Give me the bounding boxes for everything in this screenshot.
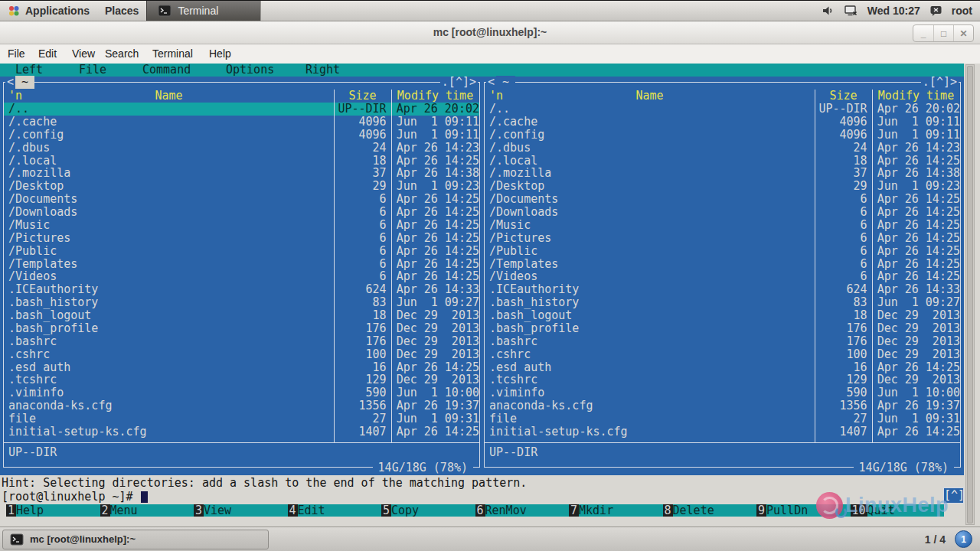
file-row[interactable]: /Templates6Apr 26 14:25 (4, 258, 479, 271)
terminal-menu-file[interactable]: File (8, 47, 25, 60)
file-row[interactable]: .bash_history83Jun 1 09:27 (485, 296, 960, 309)
file-row[interactable]: .bash_profile176Dec 29 2013 (4, 322, 479, 335)
file-row[interactable]: /Pictures6Apr 26 14:25 (4, 232, 479, 245)
file-row[interactable]: /.mozilla37Apr 26 14:38 (485, 167, 960, 180)
file-row[interactable]: anaconda-ks.cfg1356Apr 26 19:37 (4, 399, 479, 412)
column-header-name[interactable]: Name (4, 90, 334, 103)
file-row[interactable]: .bash_profile176Dec 29 2013 (485, 322, 960, 335)
column-header-modify-time[interactable]: Modify time (872, 90, 960, 103)
file-row[interactable]: /.config4096Jun 1 09:11 (4, 129, 479, 142)
file-row[interactable]: .esd_auth16Apr 26 14:25 (4, 361, 479, 374)
file-row[interactable]: /Downloads6Apr 26 14:25 (485, 206, 960, 219)
file-row[interactable]: .esd_auth16Apr 26 14:25 (485, 361, 960, 374)
window-list-terminal-button[interactable]: Terminal (146, 1, 261, 21)
user-menu[interactable]: root (952, 5, 972, 17)
terminal-scrollbar[interactable] (965, 64, 975, 525)
column-header-modify-time[interactable]: Modify time (391, 90, 479, 103)
window-titlebar[interactable]: mc [root@linuxhelp]:~ _ □ ✕ (0, 21, 980, 44)
shell-prompt-line[interactable]: [root@linuxhelp ~]# (2, 490, 148, 504)
file-row[interactable]: /.cache4096Jun 1 09:11 (485, 116, 960, 129)
network-display-icon[interactable] (844, 5, 858, 17)
fkey-pulldn-button[interactable]: 9PullDn (756, 504, 851, 517)
clock[interactable]: Wed 10:27 (867, 5, 920, 17)
file-row[interactable]: /Music6Apr 26 14:25 (485, 219, 960, 232)
file-row[interactable]: .viminfo590Jun 1 10:00 (485, 386, 960, 399)
volume-icon[interactable] (822, 5, 835, 17)
file-row[interactable]: /Videos6Apr 26 14:25 (485, 270, 960, 283)
file-row[interactable]: anaconda-ks.cfg1356Apr 26 19:37 (485, 399, 960, 412)
file-row[interactable]: file27Jun 1 09:31 (4, 412, 479, 425)
applications-menu[interactable]: Applications (0, 1, 97, 21)
file-row[interactable]: /Documents6Apr 26 14:25 (4, 193, 479, 206)
column-header-name[interactable]: Name (485, 90, 815, 103)
panel-current-path[interactable]: ~ (15, 76, 34, 89)
history-up-button[interactable]: [^] (943, 487, 964, 504)
file-row[interactable]: /.dbus24Apr 26 14:23 (4, 142, 479, 155)
scrollbar-thumb[interactable] (967, 66, 973, 523)
file-row[interactable]: .bash_logout18Dec 29 2013 (485, 309, 960, 322)
workspace-switcher[interactable]: 1 (955, 530, 972, 548)
minimize-button[interactable]: _ (913, 25, 933, 41)
file-row[interactable]: /Videos6Apr 26 14:25 (4, 270, 479, 283)
mc-menu-options[interactable]: Options (226, 64, 274, 77)
file-row[interactable]: /Music6Apr 26 14:25 (4, 219, 479, 232)
file-row[interactable]: /.mozilla37Apr 26 14:38 (4, 167, 479, 180)
fkey-menu-button[interactable]: 2Menu (100, 504, 194, 517)
panel-up-dir-indicator[interactable]: .[^]> (440, 77, 478, 88)
terminal-menu-view[interactable]: View (72, 47, 95, 60)
column-header-size[interactable]: Size (334, 90, 391, 103)
file-row[interactable]: initial-setup-ks.cfg1407Apr 26 14:25 (485, 425, 960, 439)
mc-menu-command[interactable]: Command (142, 64, 191, 77)
file-row[interactable]: .bashrc176Dec 29 2013 (485, 335, 960, 348)
chat-icon[interactable] (929, 5, 942, 17)
close-button[interactable]: ✕ (953, 25, 973, 41)
fkey-copy-button[interactable]: 5Copy (381, 504, 475, 517)
terminal-menu-terminal[interactable]: Terminal (152, 47, 193, 60)
file-row[interactable]: .cshrc100Dec 29 2013 (4, 348, 479, 361)
file-row[interactable]: /Pictures6Apr 26 14:25 (485, 232, 960, 245)
file-row[interactable]: /Public6Apr 26 14:25 (4, 245, 479, 258)
panel-current-path[interactable]: ~ (496, 76, 515, 89)
file-row[interactable]: /Downloads6Apr 26 14:25 (4, 206, 479, 219)
fkey-delete-button[interactable]: 8Delete (663, 504, 757, 517)
file-row[interactable]: /.cache4096Jun 1 09:11 (4, 116, 479, 129)
file-row[interactable]: .bash_history83Jun 1 09:27 (4, 296, 479, 309)
mc-menu-right[interactable]: Right (305, 64, 340, 77)
file-row[interactable]: /Templates6Apr 26 14:25 (485, 258, 960, 271)
fkey-view-button[interactable]: 3View (194, 504, 288, 517)
file-row[interactable]: .bashrc176Dec 29 2013 (4, 335, 479, 348)
mc-menu-file[interactable]: File (79, 64, 106, 77)
file-row[interactable]: /.dbus24Apr 26 14:23 (485, 142, 960, 155)
fkey-renmov-button[interactable]: 6RenMov (475, 504, 570, 517)
file-row[interactable]: /.config4096Jun 1 09:11 (485, 129, 960, 142)
file-row[interactable]: /Desktop29Jun 1 09:23 (4, 180, 479, 193)
terminal-menu-search[interactable]: Search (105, 47, 139, 60)
file-row[interactable]: /.local18Apr 26 14:25 (485, 155, 960, 168)
file-row[interactable]: /..UP--DIRApr 26 20:02 (485, 103, 960, 116)
file-row[interactable]: .ICEauthority624Apr 26 14:33 (4, 283, 479, 296)
file-row[interactable]: /Public6Apr 26 14:25 (485, 245, 960, 258)
mc-menu-left[interactable]: Left (15, 64, 43, 77)
file-row[interactable]: .bash_logout18Dec 29 2013 (4, 309, 479, 322)
column-header-size[interactable]: Size (815, 90, 872, 103)
file-row[interactable]: .ICEauthority624Apr 26 14:33 (485, 283, 960, 296)
fkey-quit-button[interactable]: 10Quit (851, 504, 945, 517)
file-row[interactable]: file27Jun 1 09:31 (485, 412, 960, 425)
file-row[interactable]: /..UP--DIRApr 26 20:02 (4, 103, 479, 116)
maximize-button[interactable]: □ (933, 25, 953, 41)
file-row[interactable]: /.local18Apr 26 14:25 (4, 155, 479, 168)
fkey-edit-button[interactable]: 4Edit (288, 504, 382, 517)
terminal-menu-edit[interactable]: Edit (38, 47, 57, 60)
terminal-menu-help[interactable]: Help (209, 47, 231, 60)
file-row[interactable]: .cshrc100Dec 29 2013 (485, 348, 960, 361)
file-row[interactable]: initial-setup-ks.cfg1407Apr 26 14:25 (4, 425, 479, 439)
file-row[interactable]: /Desktop29Jun 1 09:23 (485, 180, 960, 193)
fkey-mkdir-button[interactable]: 7Mkdir (569, 504, 663, 517)
panel-up-dir-indicator[interactable]: .[^]> (921, 77, 959, 88)
places-menu[interactable]: Places (97, 1, 146, 21)
taskbar-window-button[interactable]: mc [root@linuxhelp]:~ (2, 530, 269, 549)
file-row[interactable]: .viminfo590Jun 1 10:00 (4, 386, 479, 399)
file-row[interactable]: /Documents6Apr 26 14:25 (485, 193, 960, 206)
file-row[interactable]: .tcshrc129Dec 29 2013 (485, 373, 960, 386)
file-row[interactable]: .tcshrc129Dec 29 2013 (4, 373, 479, 386)
